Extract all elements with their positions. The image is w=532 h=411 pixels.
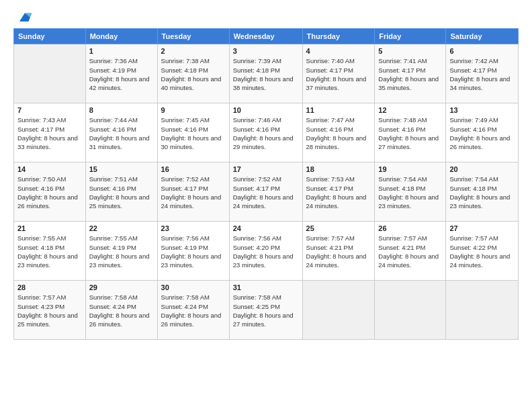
cell-w3-d6: 27Sunrise: 7:57 AM Sunset: 4:22 PM Dayli… (446, 222, 519, 281)
calendar-table: Sunday Monday Tuesday Wednesday Thursday… (13, 28, 519, 340)
day-num-30: 30 (161, 283, 226, 291)
day-info-30: Sunrise: 7:58 AM Sunset: 4:24 PM Dayligh… (161, 293, 226, 328)
day-info-19: Sunrise: 7:54 AM Sunset: 4:18 PM Dayligh… (378, 175, 442, 210)
cell-w2-d1: 15Sunrise: 7:51 AM Sunset: 4:16 PM Dayli… (85, 163, 157, 222)
cell-w4-d5 (375, 281, 446, 340)
cell-w2-d5: 19Sunrise: 7:54 AM Sunset: 4:18 PM Dayli… (375, 163, 446, 222)
page: Sunday Monday Tuesday Wednesday Thursday… (0, 0, 532, 411)
day-num-26: 26 (378, 224, 442, 232)
col-saturday: Saturday (446, 29, 519, 44)
day-num-24: 24 (233, 224, 299, 232)
cell-w1-d3: 10Sunrise: 7:46 AM Sunset: 4:16 PM Dayli… (229, 103, 302, 163)
day-num-3: 3 (233, 47, 299, 55)
day-info-1: Sunrise: 7:36 AM Sunset: 4:19 PM Dayligh… (89, 56, 154, 92)
day-num-5: 5 (378, 47, 442, 55)
cell-w2-d0: 14Sunrise: 7:50 AM Sunset: 4:16 PM Dayli… (14, 163, 86, 222)
cell-w0-d6: 6Sunrise: 7:42 AM Sunset: 4:17 PM Daylig… (446, 44, 519, 103)
day-num-12: 12 (378, 106, 442, 114)
day-info-24: Sunrise: 7:56 AM Sunset: 4:20 PM Dayligh… (233, 234, 299, 269)
cell-w3-d2: 23Sunrise: 7:56 AM Sunset: 4:19 PM Dayli… (157, 222, 229, 281)
col-wednesday: Wednesday (229, 29, 302, 44)
day-num-28: 28 (17, 283, 82, 291)
day-num-15: 15 (89, 165, 154, 173)
day-info-8: Sunrise: 7:44 AM Sunset: 4:16 PM Dayligh… (89, 116, 154, 151)
header (13, 11, 519, 24)
cell-w3-d1: 22Sunrise: 7:55 AM Sunset: 4:19 PM Dayli… (85, 222, 157, 281)
cell-w0-d1: 1Sunrise: 7:36 AM Sunset: 4:19 PM Daylig… (85, 44, 157, 103)
cell-w0-d5: 5Sunrise: 7:41 AM Sunset: 4:17 PM Daylig… (375, 44, 446, 103)
day-info-10: Sunrise: 7:46 AM Sunset: 4:16 PM Dayligh… (233, 116, 299, 151)
cell-w3-d0: 21Sunrise: 7:55 AM Sunset: 4:18 PM Dayli… (14, 222, 86, 281)
calendar-body: 1Sunrise: 7:36 AM Sunset: 4:19 PM Daylig… (14, 44, 519, 340)
week-row-1: 7Sunrise: 7:43 AM Sunset: 4:17 PM Daylig… (14, 103, 519, 163)
day-info-16: Sunrise: 7:52 AM Sunset: 4:17 PM Dayligh… (161, 175, 226, 210)
day-num-13: 13 (449, 106, 515, 114)
cell-w2-d4: 18Sunrise: 7:53 AM Sunset: 4:17 PM Dayli… (302, 163, 375, 222)
cell-w2-d2: 16Sunrise: 7:52 AM Sunset: 4:17 PM Dayli… (157, 163, 229, 222)
col-tuesday: Tuesday (157, 29, 229, 44)
day-num-23: 23 (161, 224, 226, 232)
day-info-23: Sunrise: 7:56 AM Sunset: 4:19 PM Dayligh… (161, 234, 226, 269)
cell-w1-d0: 7Sunrise: 7:43 AM Sunset: 4:17 PM Daylig… (14, 103, 86, 163)
cell-w4-d1: 29Sunrise: 7:58 AM Sunset: 4:24 PM Dayli… (85, 281, 157, 340)
day-num-21: 21 (17, 224, 82, 232)
cell-w1-d2: 9Sunrise: 7:45 AM Sunset: 4:16 PM Daylig… (157, 103, 229, 163)
day-num-9: 9 (161, 106, 226, 114)
day-num-27: 27 (449, 224, 515, 232)
col-sunday: Sunday (14, 29, 86, 44)
week-row-0: 1Sunrise: 7:36 AM Sunset: 4:19 PM Daylig… (14, 44, 519, 103)
cell-w2-d3: 17Sunrise: 7:52 AM Sunset: 4:17 PM Dayli… (229, 163, 302, 222)
day-info-18: Sunrise: 7:53 AM Sunset: 4:17 PM Dayligh… (306, 175, 371, 210)
day-info-4: Sunrise: 7:40 AM Sunset: 4:17 PM Dayligh… (306, 56, 371, 92)
cell-w3-d5: 26Sunrise: 7:57 AM Sunset: 4:21 PM Dayli… (375, 222, 446, 281)
day-num-18: 18 (306, 165, 371, 173)
day-info-17: Sunrise: 7:52 AM Sunset: 4:17 PM Dayligh… (233, 175, 299, 210)
day-info-5: Sunrise: 7:41 AM Sunset: 4:17 PM Dayligh… (378, 56, 442, 92)
day-info-6: Sunrise: 7:42 AM Sunset: 4:17 PM Dayligh… (449, 56, 515, 92)
day-num-11: 11 (306, 106, 371, 114)
col-thursday: Thursday (302, 29, 375, 44)
day-num-29: 29 (89, 283, 154, 291)
day-num-1: 1 (89, 47, 154, 55)
cell-w3-d3: 24Sunrise: 7:56 AM Sunset: 4:20 PM Dayli… (229, 222, 302, 281)
day-num-8: 8 (89, 106, 154, 114)
day-info-12: Sunrise: 7:48 AM Sunset: 4:16 PM Dayligh… (378, 116, 442, 151)
day-info-22: Sunrise: 7:55 AM Sunset: 4:19 PM Dayligh… (89, 234, 154, 269)
day-info-11: Sunrise: 7:47 AM Sunset: 4:16 PM Dayligh… (306, 116, 371, 151)
cell-w4-d3: 31Sunrise: 7:58 AM Sunset: 4:25 PM Dayli… (229, 281, 302, 340)
cell-w4-d0: 28Sunrise: 7:57 AM Sunset: 4:23 PM Dayli… (14, 281, 86, 340)
logo (13, 11, 34, 24)
day-num-20: 20 (449, 165, 515, 173)
cell-w0-d4: 4Sunrise: 7:40 AM Sunset: 4:17 PM Daylig… (302, 44, 375, 103)
day-info-21: Sunrise: 7:55 AM Sunset: 4:18 PM Dayligh… (17, 234, 82, 269)
cell-w1-d5: 12Sunrise: 7:48 AM Sunset: 4:16 PM Dayli… (375, 103, 446, 163)
day-info-15: Sunrise: 7:51 AM Sunset: 4:16 PM Dayligh… (89, 175, 154, 210)
day-num-17: 17 (233, 165, 299, 173)
cell-w4-d4 (302, 281, 375, 340)
cell-w0-d3: 3Sunrise: 7:39 AM Sunset: 4:18 PM Daylig… (229, 44, 302, 103)
cell-w1-d6: 13Sunrise: 7:49 AM Sunset: 4:16 PM Dayli… (446, 103, 519, 163)
day-num-31: 31 (233, 283, 299, 291)
day-info-27: Sunrise: 7:57 AM Sunset: 4:22 PM Dayligh… (449, 234, 515, 269)
day-info-9: Sunrise: 7:45 AM Sunset: 4:16 PM Dayligh… (161, 116, 226, 151)
day-num-6: 6 (449, 47, 515, 55)
day-info-7: Sunrise: 7:43 AM Sunset: 4:17 PM Dayligh… (17, 116, 82, 151)
cell-w4-d2: 30Sunrise: 7:58 AM Sunset: 4:24 PM Dayli… (157, 281, 229, 340)
cell-w1-d4: 11Sunrise: 7:47 AM Sunset: 4:16 PM Dayli… (302, 103, 375, 163)
day-num-7: 7 (17, 106, 82, 114)
day-num-19: 19 (378, 165, 442, 173)
day-num-2: 2 (161, 47, 226, 55)
cell-w4-d6 (446, 281, 519, 340)
cell-w0-d2: 2Sunrise: 7:38 AM Sunset: 4:18 PM Daylig… (157, 44, 229, 103)
col-friday: Friday (375, 29, 446, 44)
day-info-14: Sunrise: 7:50 AM Sunset: 4:16 PM Dayligh… (17, 175, 82, 210)
day-num-10: 10 (233, 106, 299, 114)
day-num-14: 14 (17, 165, 82, 173)
week-row-2: 14Sunrise: 7:50 AM Sunset: 4:16 PM Dayli… (14, 163, 519, 222)
day-info-13: Sunrise: 7:49 AM Sunset: 4:16 PM Dayligh… (449, 116, 515, 151)
cell-w2-d6: 20Sunrise: 7:54 AM Sunset: 4:18 PM Dayli… (446, 163, 519, 222)
day-info-3: Sunrise: 7:39 AM Sunset: 4:18 PM Dayligh… (233, 56, 299, 92)
day-num-25: 25 (306, 224, 371, 232)
cell-w3-d4: 25Sunrise: 7:57 AM Sunset: 4:21 PM Dayli… (302, 222, 375, 281)
day-num-16: 16 (161, 165, 226, 173)
